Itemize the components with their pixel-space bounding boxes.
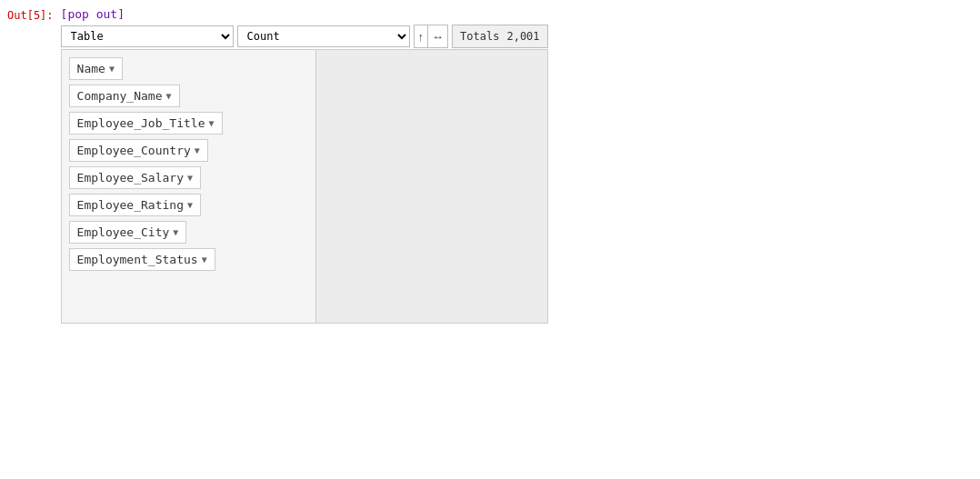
- totals-box: Totals 2,001: [452, 25, 547, 48]
- field-arrow-icon: ▼: [173, 227, 178, 237]
- count-select[interactable]: Count Sum Average Min Max: [237, 25, 410, 47]
- data-area: [316, 50, 547, 323]
- field-name: Employee_Country: [77, 144, 191, 157]
- field-item[interactable]: Employee_City▼: [69, 221, 187, 244]
- field-name: Employee_Rating: [77, 198, 184, 212]
- field-name: Employee_Job_Title: [77, 116, 205, 130]
- field-name: Employment_Status: [77, 253, 198, 266]
- field-arrow-icon: ▼: [187, 200, 193, 210]
- output-line: Out[5]: [pop out] Table Bar Chart Scatte…: [0, 7, 980, 324]
- field-item[interactable]: Employee_Country▼: [69, 139, 208, 162]
- field-item[interactable]: Employment_Status▼: [69, 248, 215, 271]
- controls-row: Table Bar Chart Scatter Line Count Sum A…: [61, 25, 548, 48]
- field-item[interactable]: Name▼: [69, 57, 123, 80]
- out-label: Out[5]:: [7, 7, 54, 22]
- field-item[interactable]: Employee_Rating▼: [69, 194, 201, 216]
- totals-value: 2,001: [506, 30, 539, 43]
- field-name: Company_Name: [77, 89, 163, 103]
- totals-label: Totals: [460, 30, 499, 43]
- field-arrow-icon: ▼: [208, 118, 214, 128]
- pop-out-link[interactable]: [pop out]: [61, 7, 125, 21]
- table-select[interactable]: Table Bar Chart Scatter Line: [61, 25, 234, 47]
- field-item[interactable]: Employee_Salary▼: [69, 166, 201, 189]
- field-name: Employee_Salary: [77, 171, 184, 185]
- field-arrow-icon: ▼: [109, 64, 115, 74]
- sort-controls: ↑ ↔: [414, 25, 449, 48]
- field-arrow-icon: ▼: [187, 173, 193, 183]
- sort-asc-button[interactable]: ↑: [415, 25, 428, 47]
- page-wrapper: Out[5]: [pop out] Table Bar Chart Scatte…: [0, 0, 980, 331]
- fields-panel: Name▼Company_Name▼Employee_Job_Title▼Emp…: [62, 50, 316, 323]
- field-item[interactable]: Employee_Job_Title▼: [69, 112, 223, 135]
- field-name: Name: [77, 62, 105, 75]
- field-arrow-icon: ▼: [195, 145, 200, 155]
- main-content: Name▼Company_Name▼Employee_Job_Title▼Emp…: [61, 49, 548, 324]
- field-arrow-icon: ▼: [202, 254, 207, 264]
- field-name: Employee_City: [77, 225, 170, 239]
- sort-desc-button[interactable]: ↔: [428, 25, 447, 47]
- field-item[interactable]: Company_Name▼: [69, 85, 180, 107]
- field-arrow-icon: ▼: [166, 91, 172, 101]
- cell-output: [pop out] Table Bar Chart Scatter Line C…: [61, 7, 548, 324]
